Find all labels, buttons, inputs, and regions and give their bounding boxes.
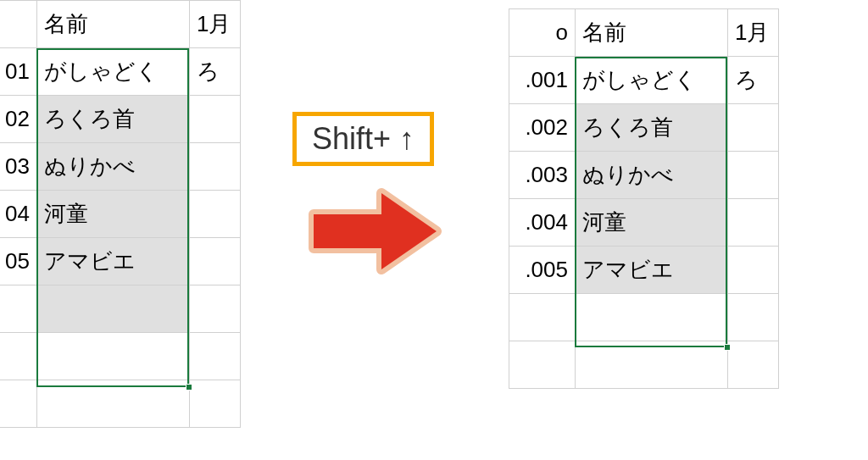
cell-next[interactable] (728, 104, 779, 152)
spreadsheet-left[interactable]: 名前 1月 01 がしゃどく ろ 02 ろくろ首 03 ぬりかべ 04 河童 0… (0, 0, 241, 428)
cell-next[interactable] (190, 191, 241, 238)
row-idx[interactable] (0, 380, 37, 428)
col-a-header-left[interactable] (0, 1, 37, 48)
cell-empty[interactable] (37, 333, 190, 380)
cell-name[interactable]: 河童 (37, 191, 190, 238)
cell-next[interactable]: ろ (728, 57, 779, 104)
cell-empty[interactable] (37, 285, 190, 333)
cell-name[interactable]: アマビエ (37, 238, 190, 285)
cell-name[interactable]: アマビエ (576, 247, 728, 294)
row-idx[interactable]: .004 (509, 199, 576, 247)
row-idx[interactable]: 05 (0, 238, 37, 285)
col-b-header-left[interactable]: 名前 (37, 1, 190, 48)
keyboard-shortcut-label: Shift+ ↑ (292, 112, 434, 166)
row-idx[interactable]: 04 (0, 191, 37, 238)
row-idx[interactable]: 02 (0, 96, 37, 143)
cell-name[interactable]: ぬりかべ (576, 152, 728, 199)
row-idx[interactable]: 03 (0, 143, 37, 191)
row-idx[interactable] (509, 294, 576, 341)
cell-next[interactable] (728, 294, 779, 341)
cell-next[interactable] (190, 238, 241, 285)
cell-next[interactable] (190, 380, 241, 428)
cell-next[interactable] (728, 247, 779, 294)
row-idx[interactable]: 01 (0, 48, 37, 96)
cell-next[interactable] (190, 143, 241, 191)
col-c-header-left[interactable]: 1月 (190, 1, 241, 48)
col-a-header-right[interactable]: o (509, 9, 576, 57)
row-idx[interactable] (509, 341, 576, 389)
cell-next[interactable] (190, 285, 241, 333)
cell-name[interactable]: がしゃどく (37, 48, 190, 96)
cell-name[interactable]: がしゃどく (576, 57, 728, 104)
row-idx[interactable]: .002 (509, 104, 576, 152)
row-idx[interactable] (0, 333, 37, 380)
cell-next[interactable] (190, 333, 241, 380)
col-c-header-right[interactable]: 1月 (728, 9, 779, 57)
transition-arrow-icon (297, 185, 445, 278)
col-b-header-right[interactable]: 名前 (576, 9, 728, 57)
row-idx[interactable] (0, 285, 37, 333)
cell-next[interactable] (728, 152, 779, 199)
row-idx[interactable]: .003 (509, 152, 576, 199)
cell-next[interactable]: ろ (190, 48, 241, 96)
cell-empty[interactable] (576, 341, 728, 389)
spreadsheet-right[interactable]: o 名前 1月 .001 がしゃどく ろ .002 ろくろ首 .003 ぬりかべ… (509, 8, 779, 389)
cell-name[interactable]: ぬりかべ (37, 143, 190, 191)
cell-next[interactable] (728, 341, 779, 389)
cell-empty[interactable] (37, 380, 190, 428)
cell-name[interactable]: ろくろ首 (576, 104, 728, 152)
cell-next[interactable] (190, 96, 241, 143)
row-idx[interactable]: .005 (509, 247, 576, 294)
cell-next[interactable] (728, 199, 779, 247)
cell-empty[interactable] (576, 294, 728, 341)
row-idx[interactable]: .001 (509, 57, 576, 104)
cell-name[interactable]: 河童 (576, 199, 728, 247)
cell-name[interactable]: ろくろ首 (37, 96, 190, 143)
